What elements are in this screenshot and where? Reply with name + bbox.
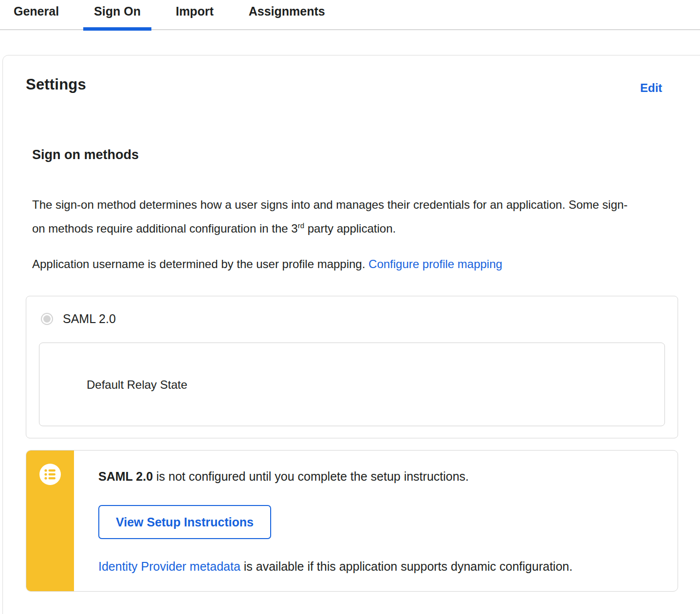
sign-on-methods-description: The sign-on method determines how a user… bbox=[32, 193, 636, 240]
tab-import[interactable]: Import bbox=[165, 0, 224, 29]
identity-provider-metadata-link[interactable]: Identity Provider metadata bbox=[98, 560, 240, 573]
saml-radio-label: SAML 2.0 bbox=[63, 312, 116, 326]
sign-on-methods-heading: Sign on methods bbox=[32, 147, 139, 163]
edit-button[interactable]: Edit bbox=[640, 81, 662, 95]
saml-method-box: SAML 2.0 Default Relay State bbox=[26, 296, 678, 438]
metadata-note-rest: is available if this application support… bbox=[240, 560, 572, 573]
saml-setup-callout: SAML 2.0 is not configured until you com… bbox=[26, 450, 678, 592]
setup-list-icon bbox=[39, 464, 61, 485]
description-superscript: rd bbox=[298, 221, 304, 230]
username-mapping-text: Application username is determined by th… bbox=[32, 257, 368, 271]
saml-radio-button[interactable] bbox=[41, 313, 53, 325]
callout-message-rest: is not configured until you complete the… bbox=[153, 470, 469, 483]
tab-assignments[interactable]: Assignments bbox=[238, 0, 336, 29]
callout-message: SAML 2.0 is not configured until you com… bbox=[98, 470, 469, 484]
settings-title: Settings bbox=[26, 76, 86, 93]
username-mapping-note: Application username is determined by th… bbox=[32, 252, 636, 276]
callout-accent-bar bbox=[26, 451, 74, 591]
tab-sign-on[interactable]: Sign On bbox=[83, 0, 151, 29]
default-relay-state-panel: Default Relay State bbox=[39, 343, 665, 426]
callout-message-bold: SAML 2.0 bbox=[98, 470, 153, 483]
view-setup-instructions-button[interactable]: View Setup Instructions bbox=[98, 505, 271, 539]
metadata-note: Identity Provider metadata is available … bbox=[98, 560, 572, 574]
default-relay-state-label: Default Relay State bbox=[87, 378, 187, 392]
tab-general[interactable]: General bbox=[3, 0, 70, 29]
description-text-tail: party application. bbox=[304, 222, 396, 235]
app-tab-bar: General Sign On Import Assignments bbox=[0, 0, 700, 30]
configure-profile-mapping-link[interactable]: Configure profile mapping bbox=[368, 257, 502, 271]
settings-card: Settings Edit Sign on methods The sign-o… bbox=[2, 55, 700, 614]
